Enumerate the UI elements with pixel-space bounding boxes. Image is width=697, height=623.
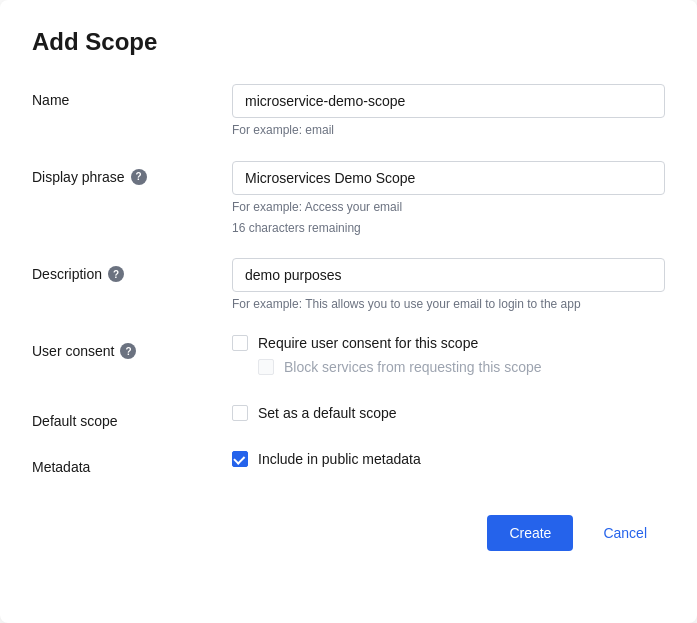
create-button[interactable]: Create [487, 515, 573, 551]
display-phrase-help-icon[interactable]: ? [131, 169, 147, 185]
description-label: Description ? [32, 266, 232, 282]
set-default-label: Set as a default scope [258, 405, 397, 421]
add-scope-dialog: Add Scope Name For example: email Displa… [0, 0, 697, 623]
display-phrase-input[interactable] [232, 161, 665, 195]
set-default-row: Set as a default scope [232, 405, 665, 421]
name-input[interactable] [232, 84, 665, 118]
require-consent-checkbox[interactable] [232, 335, 248, 351]
display-phrase-hint1: For example: Access your email [232, 199, 665, 216]
public-metadata-label: Include in public metadata [258, 451, 421, 467]
block-services-checkbox [258, 359, 274, 375]
name-label: Name [32, 92, 232, 108]
description-row: Description ? For example: This allows y… [32, 258, 665, 313]
dialog-title: Add Scope [32, 28, 665, 56]
user-consent-row: User consent ? Require user consent for … [32, 335, 665, 383]
metadata-row: Metadata Include in public metadata [32, 451, 665, 475]
display-phrase-hint2: 16 characters remaining [232, 220, 665, 237]
display-phrase-label: Display phrase ? [32, 169, 232, 185]
block-services-row: Block services from requesting this scop… [258, 359, 665, 375]
name-row: Name For example: email [32, 84, 665, 139]
metadata-label: Metadata [32, 459, 232, 475]
default-scope-row: Default scope Set as a default scope [32, 405, 665, 429]
public-metadata-checkbox[interactable] [232, 451, 248, 467]
cancel-button[interactable]: Cancel [585, 515, 665, 551]
description-hint: For example: This allows you to use your… [232, 296, 665, 313]
description-help-icon[interactable]: ? [108, 266, 124, 282]
dialog-footer: Create Cancel [32, 507, 665, 551]
description-input[interactable] [232, 258, 665, 292]
user-consent-label: User consent ? [32, 343, 232, 359]
user-consent-help-icon[interactable]: ? [120, 343, 136, 359]
name-hint: For example: email [232, 122, 665, 139]
block-services-label: Block services from requesting this scop… [284, 359, 542, 375]
set-default-checkbox[interactable] [232, 405, 248, 421]
require-consent-label: Require user consent for this scope [258, 335, 478, 351]
require-consent-row: Require user consent for this scope [232, 335, 665, 351]
public-metadata-row: Include in public metadata [232, 451, 665, 467]
default-scope-label: Default scope [32, 413, 232, 429]
display-phrase-row: Display phrase ? For example: Access you… [32, 161, 665, 237]
